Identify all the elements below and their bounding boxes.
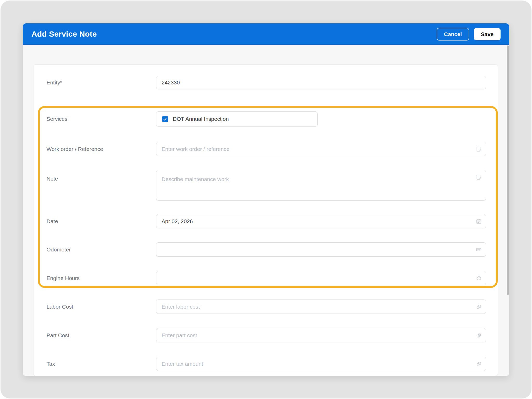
date-row: Date (34, 214, 498, 228)
entity-input-wrap (156, 76, 486, 89)
labor-cost-input[interactable] (156, 300, 486, 314)
service-option[interactable]: DOT Annual Inspection (156, 111, 318, 127)
tax-input-wrap: $ (156, 357, 486, 371)
page-title: Add Service Note (31, 30, 437, 38)
cancel-button[interactable]: Cancel (437, 28, 469, 41)
svg-text:$: $ (478, 364, 479, 365)
screenshot-canvas: Add Service Note Cancel Save Entity* Ser… (0, 0, 532, 399)
part-cost-input-wrap: $ (156, 328, 486, 342)
svg-text:$: $ (478, 307, 479, 308)
date-label: Date (46, 218, 58, 224)
modal-body: Entity* Services DOT Annual Inspection (23, 45, 509, 376)
odometer-input-wrap (156, 242, 486, 257)
checkmark-icon (163, 117, 167, 121)
calendar-icon[interactable] (476, 218, 482, 224)
work-order-input-wrap (156, 142, 486, 156)
odometer-input[interactable] (156, 242, 486, 257)
entity-row: Entity* (34, 76, 498, 89)
engine-hours-input[interactable] (156, 271, 486, 285)
money-icon: $ (476, 332, 482, 338)
engine-icon (476, 275, 482, 281)
engine-hours-label: Engine Hours (46, 275, 79, 281)
odometer-row: Odometer (34, 242, 498, 257)
odometer-icon (476, 247, 482, 253)
service-option-label: DOT Annual Inspection (173, 116, 229, 122)
odometer-label: Odometer (46, 247, 71, 253)
date-input-wrap (156, 214, 486, 228)
note-input-wrap (156, 170, 486, 201)
part-cost-input[interactable] (156, 328, 486, 342)
save-button[interactable]: Save (474, 28, 501, 40)
svg-text:$: $ (478, 335, 479, 337)
service-checkbox[interactable] (162, 116, 168, 122)
date-input[interactable] (156, 214, 486, 228)
add-service-note-modal: Add Service Note Cancel Save Entity* Ser… (23, 23, 509, 376)
modal-header: Add Service Note Cancel Save (23, 23, 509, 45)
work-order-label: Work order / Reference (46, 146, 103, 152)
labor-cost-row: Labor Cost $ (34, 300, 498, 314)
money-icon: $ (476, 304, 482, 310)
note-row: Note (34, 170, 498, 201)
tax-input[interactable] (156, 357, 486, 371)
money-icon: $ (476, 361, 482, 367)
note-icon (476, 174, 482, 180)
header-actions: Cancel Save (437, 28, 501, 41)
work-order-row: Work order / Reference (34, 142, 498, 156)
tax-row: Tax $ (34, 357, 498, 371)
note-textarea[interactable] (156, 170, 486, 201)
labor-cost-input-wrap: $ (156, 300, 486, 314)
scrollbar-thumb[interactable] (507, 45, 509, 295)
entity-label: Entity* (46, 79, 62, 86)
entity-input[interactable] (156, 76, 486, 89)
form-card: Entity* Services DOT Annual Inspection (33, 64, 498, 376)
services-row: Services DOT Annual Inspection (34, 111, 498, 127)
note-label: Note (46, 176, 58, 182)
part-cost-row: Part Cost $ (34, 328, 498, 342)
services-label: Services (46, 116, 68, 122)
engine-hours-input-wrap (156, 271, 486, 285)
engine-hours-row: Engine Hours (34, 271, 498, 285)
labor-cost-label: Labor Cost (46, 304, 73, 310)
tax-label: Tax (46, 361, 55, 367)
work-order-input[interactable] (156, 142, 486, 156)
part-cost-label: Part Cost (46, 332, 69, 338)
note-icon (476, 146, 482, 152)
